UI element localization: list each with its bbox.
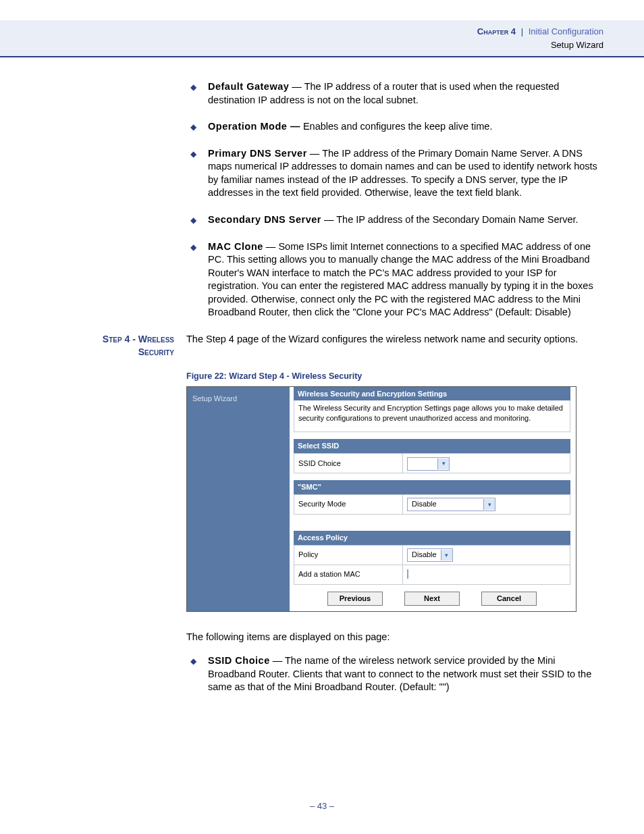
page-number: – 43 – — [0, 800, 644, 812]
next-button[interactable]: Next — [404, 592, 460, 606]
section-header-access-policy: Access Policy — [294, 531, 570, 545]
table-row: Add a station MAC — [294, 565, 570, 584]
chevron-down-icon: ▾ — [437, 459, 449, 469]
step-heading-line2: Security — [138, 346, 174, 357]
section-label: Initial Configuration — [529, 26, 603, 36]
chapter-label: Chapter 4 — [477, 26, 516, 36]
figure-description: The Wireless Security and Encryption Set… — [294, 400, 570, 432]
sep: — — [270, 655, 285, 666]
sep: — — [307, 148, 322, 159]
add-station-mac-label: Add a station MAC — [294, 565, 403, 584]
step-heading-line1: Step 4 - Wreless — [103, 334, 174, 344]
table-row: Policy Disable ▾ — [294, 545, 570, 565]
subsection-label: Setup Wizard — [0, 39, 603, 51]
step-intro: The Step 4 page of the Wizard configures… — [186, 333, 603, 359]
ssid-choice-label: SSID Choice — [294, 454, 403, 473]
header-separator: | — [521, 26, 523, 36]
list-item: Operation Mode — Enables and configures … — [186, 120, 603, 134]
figure-screenshot: Setup Wizard Wireless Security and Encry… — [186, 386, 576, 612]
chevron-down-icon: ▾ — [441, 550, 452, 561]
term: Primary DNS Server — [208, 148, 307, 159]
ssid-choice-cell: ▾ — [403, 454, 570, 473]
list-item: SSID Choice — The name of the wireless n… — [186, 654, 603, 694]
security-mode-value: Disable — [408, 499, 483, 509]
step-heading: Step 4 - Wreless Security — [66, 333, 186, 359]
term: MAC Clone — [208, 241, 263, 252]
list-item: Default Gateway — The IP address of a ro… — [186, 80, 603, 107]
security-mode-cell: Disable ▾ — [403, 494, 570, 514]
list-item: Secondary DNS Server — The IP address of… — [186, 213, 603, 227]
table-row: Security Mode Disable ▾ — [294, 494, 570, 514]
figure-sidebar: Setup Wizard — [187, 387, 290, 611]
previous-button[interactable]: Previous — [327, 592, 383, 606]
add-station-mac-input[interactable] — [407, 569, 408, 579]
policy-select[interactable]: Disable ▾ — [407, 548, 453, 562]
add-station-mac-cell — [403, 565, 570, 584]
definition-list-2: SSID Choice — The name of the wireless n… — [186, 654, 603, 694]
policy-cell: Disable ▾ — [403, 545, 570, 565]
list-item: MAC Clone — Some ISPs limit Internet con… — [186, 240, 603, 319]
term: Default Gateway — [208, 81, 289, 92]
page-header: Chapter 4 | Initial Configuration Setup … — [0, 20, 644, 57]
term: SSID Choice — [208, 655, 270, 666]
sep: — — [289, 81, 304, 92]
figure-caption: Figure 22: Wizard Step 4 - Wireless Secu… — [186, 371, 603, 382]
button-row: Previous Next Cancel — [294, 585, 570, 606]
cancel-button[interactable]: Cancel — [481, 592, 537, 606]
ssid-table: SSID Choice ▾ — [294, 453, 570, 473]
section-header-smc: "SMC" — [294, 480, 570, 494]
chevron-down-icon: ▾ — [483, 499, 495, 510]
policy-value: Disable — [408, 550, 441, 560]
sep: — — [321, 214, 336, 225]
after-figure-text: The following items are displayed on thi… — [186, 631, 603, 644]
ssid-choice-select[interactable]: ▾ — [407, 457, 450, 471]
definition: Some ISPs limit Internet connections to … — [208, 241, 593, 318]
table-row: SSID Choice ▾ — [294, 454, 570, 473]
security-mode-select[interactable]: Disable ▾ — [407, 498, 495, 511]
policy-table: Policy Disable ▾ Add a station MAC — [294, 545, 570, 585]
section-header-select-ssid: Select SSID — [294, 439, 570, 453]
smc-table: Security Mode Disable ▾ — [294, 494, 570, 515]
security-mode-label: Security Mode — [294, 494, 403, 514]
definition: The IP address of the Secondary Domain N… — [336, 214, 578, 225]
list-item: Primary DNS Server — The IP address of t… — [186, 147, 603, 200]
figure-title-bar: Wireless Security and Encryption Setting… — [294, 387, 570, 401]
term: Secondary DNS Server — [208, 214, 321, 225]
definition: Enables and configures the keep alive ti… — [303, 121, 493, 132]
policy-label: Policy — [294, 545, 403, 565]
sep: — — [263, 241, 279, 252]
term: Operation Mode — — [208, 121, 300, 132]
definition-list: Default Gateway — The IP address of a ro… — [186, 80, 603, 319]
